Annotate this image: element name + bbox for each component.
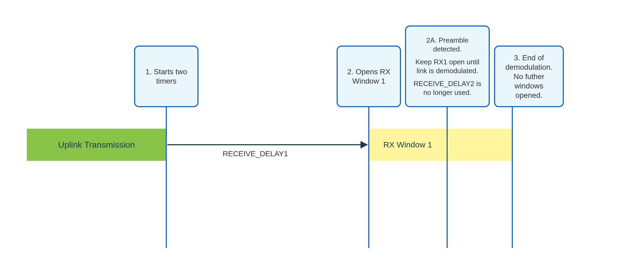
receive-delay1-arrow-head: [360, 141, 368, 148]
vline-2a: [447, 106, 448, 248]
callout-2a-p2: Keep RX1 open until link is demodulated.: [411, 58, 483, 75]
callout-3: 3. End of demodulation. No futher window…: [494, 46, 564, 107]
uplink-transmission-label: Uplink Transmission: [58, 140, 135, 150]
receive-delay1-arrow-line: [167, 144, 360, 145]
callout-1: 1. Starts two timers: [134, 46, 198, 107]
callout-2: 2. Opens RX Window 1: [337, 46, 401, 107]
callout-1-text: 1. Starts two timers: [141, 67, 192, 86]
receive-delay1-label: RECEIVE_DELAY1: [223, 150, 288, 158]
vline-1: [166, 106, 167, 248]
rx-window-label-wrap: RX Window 1: [369, 129, 447, 161]
vline-2: [368, 106, 369, 248]
uplink-transmission-box: Uplink Transmission: [27, 129, 166, 161]
callout-2a-p3: RECEIVE_DELAY2 is no longer used.: [411, 79, 483, 97]
rx-window-label: RX Window 1: [383, 140, 432, 149]
callout-2-text: 2. Opens RX Window 1: [343, 67, 395, 86]
diagram-stage: Uplink Transmission RX Window 1 RECEIVE_…: [0, 0, 644, 264]
vline-3: [512, 106, 513, 248]
callout-2a-p1: 2A. Preamble detected.: [411, 36, 483, 53]
callout-2a: 2A. Preamble detected. Keep RX1 open unt…: [405, 25, 490, 107]
callout-3-text: 3. End of demodulation. No futher window…: [501, 53, 557, 100]
